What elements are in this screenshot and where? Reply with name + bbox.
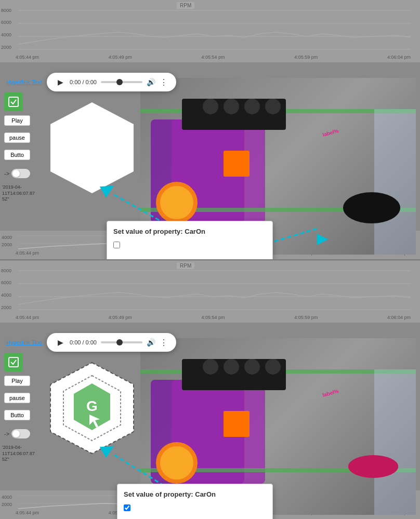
time-display-bottom: 0:00 / 0:00 (70, 339, 97, 345)
dialog-body-top (113, 242, 266, 257)
y-label-8000: 8000 (1, 8, 11, 13)
x-label-b-0: 4:05:44 pm (16, 315, 39, 320)
pink-bolt-bottom (347, 453, 399, 483)
play-button-top[interactable]: Play (4, 115, 30, 126)
progress-bar-bottom[interactable] (101, 341, 142, 343)
x-label-bb-0: 4:05:44 pm (16, 510, 39, 515)
progress-dot-top (116, 79, 123, 85)
pause-button-bottom[interactable]: pause (4, 393, 30, 403)
toggle-bottom[interactable] (11, 429, 30, 438)
x-labels-bottom: 4:05:44 pm 4:05:49 pm 4:05:54 pm 4:05:59… (16, 315, 411, 320)
teal-arrow-right-top: ▶ (317, 230, 329, 247)
media-player-bottom: ▶ 0:00 / 0:00 🔊 ⋮ (47, 333, 176, 352)
media-player-top: ▶ 0:00 / 0:00 🔊 ⋮ (47, 73, 176, 91)
x-label-b-1: 4:05:49 pm (109, 315, 132, 320)
toggle-arrow-top: -> (4, 170, 9, 177)
toggle-knob-top (12, 170, 20, 177)
x-label-1: 4:05:49 pm (109, 55, 132, 60)
y-label-4000: 4000 (1, 32, 11, 37)
x-label-2: 4:05:54 pm (201, 55, 225, 60)
timestamp-bottom: '2019-04-11T14:06:07.875Z" (2, 445, 35, 463)
hyperlink-text-top[interactable]: Hyperlink Text (6, 79, 42, 85)
butto-button-bottom[interactable]: Butto (4, 410, 30, 420)
dialog-top: Set value of property: CarOn Cancel Set (107, 221, 273, 259)
play-icon-bottom[interactable]: ▶ (55, 337, 65, 348)
pause-button-top[interactable]: pause (4, 132, 30, 143)
more-icon-top[interactable]: ⋮ (160, 77, 168, 87)
svg-rect-4 (9, 97, 18, 107)
sidebar-icon-top[interactable] (4, 92, 23, 111)
svg-text:G: G (86, 398, 98, 414)
dialog-checkbox-input-bottom[interactable] (124, 504, 130, 511)
toggle-arrow-bottom: -> (4, 431, 9, 437)
y-label-6000: 6000 (1, 20, 11, 25)
svg-rect-14 (9, 357, 18, 367)
svg-rect-23 (349, 461, 397, 472)
rpm-label-bottom: RPM (177, 262, 194, 269)
x-label-4: 4:06:04 pm (387, 55, 411, 60)
toggle-top[interactable] (11, 169, 30, 178)
sidebar-icon-bottom[interactable] (4, 353, 23, 371)
white-hexagon-top (48, 100, 136, 196)
butto-button-top[interactable]: Butto (4, 150, 30, 160)
play-icon-top[interactable]: ▶ (55, 77, 65, 87)
dialog-bottom: Set value of property: CarOn Cancel Set (117, 484, 273, 519)
y-label-bb-4000: 4000 (2, 495, 12, 500)
dialog-body-bottom (124, 504, 266, 519)
x-label-3: 4:05:59 pm (294, 55, 318, 60)
x-label-bt-0: 4:05:44 pm (16, 250, 39, 256)
chart-area-bottom: 8000 6000 4000 2000 (0, 260, 420, 323)
x-label-b-2: 4:05:54 pm (201, 315, 225, 320)
y-label-b-4000: 4000 (1, 292, 11, 298)
dialog-checkbox-input-top[interactable] (113, 242, 120, 248)
chart-area-top: 8000 6000 4000 2000 (0, 0, 420, 62)
hyperlink-text-bottom[interactable]: Hyperlink Text (6, 339, 42, 345)
rpm-label-top: RPM (177, 2, 194, 9)
timestamp-top: '2019-04-11T14:06:07.875Z" (2, 184, 35, 203)
dialog-title-bottom: Set value of property: CarOn (124, 490, 266, 498)
volume-icon-top[interactable]: 🔊 (147, 78, 155, 86)
toggle-container-top: -> (4, 169, 30, 178)
sidebar-icon-svg-bottom (8, 356, 19, 368)
play-button-bottom[interactable]: Play (4, 376, 30, 386)
y-label-b-8000: 8000 (1, 268, 11, 273)
y-label-b-2000: 2000 (1, 305, 11, 310)
toggle-container-bottom: -> (4, 429, 30, 438)
dialog-checkbox-bottom (124, 504, 266, 511)
black-blob-top (343, 192, 400, 223)
svg-marker-5 (50, 102, 134, 193)
x-labels-top: 4:05:44 pm 4:05:49 pm 4:05:54 pm 4:05:59… (16, 55, 411, 60)
y-label-b-6000: 6000 (1, 280, 11, 285)
progress-bar-top[interactable] (101, 81, 142, 83)
x-label-b-3: 4:05:59 pm (294, 315, 318, 320)
volume-icon-bottom[interactable]: 🔊 (147, 338, 155, 347)
x-label-b-4: 4:06:04 pm (387, 315, 411, 320)
y-label-2000: 2000 (1, 45, 11, 50)
progress-dot-bottom (116, 339, 123, 345)
toggle-knob-bottom (12, 430, 20, 437)
dialog-title-top: Set value of property: CarOn (113, 228, 266, 235)
time-display-top: 0:00 / 0:00 (70, 79, 97, 85)
x-label-0: 4:05:44 pm (16, 55, 39, 60)
hex-logo-bottom: G (48, 360, 136, 456)
dialog-checkbox-top (113, 242, 266, 248)
sidebar-icon-svg (8, 96, 19, 108)
more-icon-bottom[interactable]: ⋮ (160, 338, 168, 348)
y-label-bb-2000: 2000 (2, 502, 12, 507)
